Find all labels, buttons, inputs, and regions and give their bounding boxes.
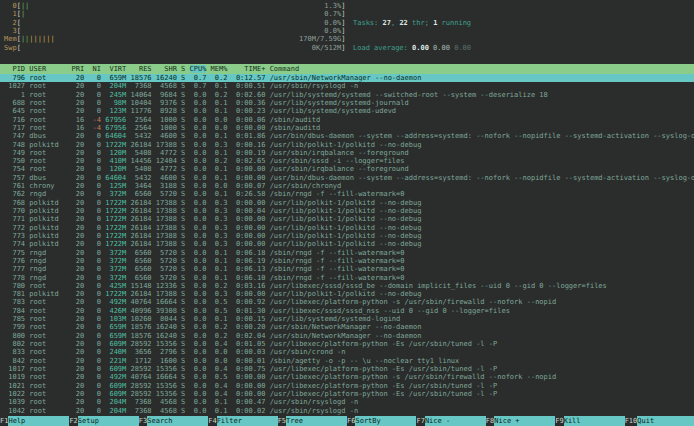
- process-row[interactable]: 780 root 20 0 425M 15148 12336 S 0.0 0.2…: [0, 282, 694, 290]
- process-row[interactable]: 800 root 20 0 659M 18576 16240 S 0.0 0.2…: [0, 332, 694, 340]
- column-header-command[interactable]: Command: [270, 65, 300, 73]
- cell-mem-pct: 0.1: [211, 257, 228, 265]
- process-row[interactable]: 749 root 20 0 120M 5408 4772 S 0.0 0.1 0…: [0, 149, 694, 157]
- cell-pri: 20: [71, 332, 84, 340]
- column-header-mem[interactable]: MEM%: [211, 65, 228, 73]
- cell-cpu-pct: 0.0: [190, 357, 207, 365]
- process-row[interactable]: 796 root 20 0 659M 18576 16240 S 0.7 0.2…: [0, 74, 694, 82]
- process-row[interactable]: 776 rngd 20 0 372M 6560 5720 S 0.0 0.1 0…: [0, 257, 694, 265]
- process-row[interactable]: 1017 root 20 0 609M 28592 15356 S 0.0 0.…: [0, 365, 694, 373]
- cell-pid: 772: [4, 224, 25, 232]
- process-row[interactable]: 748 polkitd 20 0 1722M 26184 17388 S 0.0…: [0, 141, 694, 149]
- process-row[interactable]: 842 root 20 0 221M 1712 1600 S 0.0 0.0 0…: [0, 357, 694, 365]
- process-row[interactable]: 781 polkitd 20 0 1722M 26184 17388 S 0.0…: [0, 290, 694, 298]
- cell-mem-pct: 0.2: [211, 323, 228, 331]
- cell-pri: 20: [71, 407, 84, 415]
- process-row[interactable]: 1027 root 20 0 204M 7368 4568 S 0.7 0.1 …: [0, 82, 694, 90]
- fkey-filter-button[interactable]: F4Filter: [208, 416, 277, 426]
- cell-res: 3464: [131, 182, 152, 190]
- cell-shr: 4568: [156, 407, 177, 415]
- process-row[interactable]: 784 root 20 0 426M 40996 39308 S 0.0 0.5…: [0, 307, 694, 315]
- cell-ni: 0: [88, 365, 101, 373]
- fkey-number: F10: [625, 416, 638, 426]
- process-row[interactable]: 768 polkitd 20 0 1722M 26184 17388 S 0.0…: [0, 199, 694, 207]
- process-row[interactable]: 645 root 20 0 123M 11776 8928 S 0.0 0.1 …: [0, 107, 694, 115]
- cell-pid: 645: [4, 107, 25, 115]
- fkey-tree-button[interactable]: F5Tree: [278, 416, 347, 426]
- fkey-search-button[interactable]: F3Search: [139, 416, 208, 426]
- cell-pri: 20: [71, 74, 84, 82]
- process-row[interactable]: 716 root 16 -4 67956 2564 1000 S 0.0 0.0…: [0, 116, 694, 124]
- column-header-pid[interactable]: PID: [4, 65, 25, 73]
- cell-virt: 410M: [105, 157, 126, 165]
- process-row[interactable]: 1021 root 20 0 609M 28592 15356 S 0.0 0.…: [0, 382, 694, 390]
- cell-time: 0:06.10: [232, 274, 266, 282]
- cell-cpu-pct: 0.0: [190, 382, 207, 390]
- process-row[interactable]: 774 polkitd 20 0 1722M 26184 17388 S 0.0…: [0, 240, 694, 248]
- process-row[interactable]: 777 rngd 20 0 372M 6560 5720 S 0.0 0.1 0…: [0, 265, 694, 273]
- process-row[interactable]: 770 polkitd 20 0 1722M 26184 17388 S 0.0…: [0, 207, 694, 215]
- process-row[interactable]: 1039 root 20 0 204M 7368 4568 S 0.0 0.1 …: [0, 398, 694, 406]
- process-row[interactable]: 762 rngd 20 0 372M 6560 5720 S 0.0 0.1 0…: [0, 190, 694, 198]
- cell-command: /sbin/rngd -f --fill-watermark=0: [270, 265, 405, 273]
- column-header-ni[interactable]: NI: [88, 65, 101, 73]
- column-header-virt[interactable]: VIRT: [105, 65, 126, 73]
- column-header-pri[interactable]: PRI: [71, 65, 84, 73]
- fkey-help-button[interactable]: F1Help: [0, 416, 69, 426]
- cell-pri: 20: [71, 315, 84, 323]
- column-header-shr[interactable]: SHR: [156, 65, 177, 73]
- load-15min: 0.00: [454, 44, 471, 52]
- process-row[interactable]: 833 root 20 0 240M 3656 2796 S 0.0 0.0 0…: [0, 348, 694, 356]
- process-row[interactable]: 775 rngd 20 0 372M 6560 5720 S 0.0 0.1 0…: [0, 249, 694, 257]
- process-row[interactable]: 771 polkitd 20 0 1722M 26184 17388 S 0.0…: [0, 215, 694, 223]
- fkey-nice-button[interactable]: F8Nice +: [486, 416, 555, 426]
- cell-command: /usr/lib/polkit-1/polkitd --no-debug: [270, 290, 422, 298]
- process-row[interactable]: 1042 root 20 0 204M 7368 4568 S 0.0 0.1 …: [0, 407, 694, 415]
- cell-shr: 5720: [156, 265, 177, 273]
- column-header-cpu[interactable]: CPU%: [190, 65, 207, 73]
- process-row[interactable]: 761 chrony 20 0 125M 3464 3188 S 0.0 0.0…: [0, 182, 694, 190]
- process-row[interactable]: 1022 root 20 0 609M 28592 15356 S 0.0 0.…: [0, 390, 694, 398]
- cell-pri: 20: [71, 207, 84, 215]
- cell-pri: 20: [71, 365, 84, 373]
- fkey-sortby-button[interactable]: F6SortBy: [347, 416, 416, 426]
- process-row[interactable]: 750 root 20 0 410M 14456 12404 S 0.0 0.2…: [0, 157, 694, 165]
- load-average-label: Load average:: [353, 44, 412, 52]
- cell-user: polkitd: [29, 199, 67, 207]
- process-row[interactable]: 754 root 20 0 120M 5408 4772 S 0.0 0.1 0…: [0, 165, 694, 173]
- process-row[interactable]: 802 root 20 0 609M 28592 15356 S 0.0 0.4…: [0, 340, 694, 348]
- process-row[interactable]: 783 root 20 0 492M 40764 16664 S 0.0 0.5…: [0, 298, 694, 306]
- cell-pri: 20: [71, 357, 84, 365]
- column-header-user[interactable]: USER: [29, 65, 67, 73]
- fkey-kill-button[interactable]: F9Kill: [555, 416, 624, 426]
- cell-pid: 781: [4, 290, 25, 298]
- cell-command: /usr/lib/systemd/systemd-journald: [270, 99, 409, 107]
- process-row[interactable]: 1 root 20 0 245M 14064 9684 S 0.0 0.2 0:…: [0, 91, 694, 99]
- fkey-quit-button[interactable]: F10Quit: [625, 416, 694, 426]
- cell-time: 0:00.06: [232, 116, 266, 124]
- process-row[interactable]: 772 polkitd 20 0 1722M 26184 17388 S 0.0…: [0, 224, 694, 232]
- process-row[interactable]: 785 root 20 0 103M 10260 8044 S 0.0 0.1 …: [0, 315, 694, 323]
- process-row[interactable]: 799 root 20 0 659M 18576 16240 S 0.0 0.2…: [0, 323, 694, 331]
- cell-pri: 20: [71, 190, 84, 198]
- cell-pri: 20: [71, 240, 84, 248]
- cell-pri: 20: [71, 82, 84, 90]
- process-row[interactable]: 688 root 20 0 98M 10404 9376 S 0.0 0.1 0…: [0, 99, 694, 107]
- column-header-time[interactable]: TIME+: [232, 65, 266, 73]
- fkey-nice-button[interactable]: F7Nice -: [416, 416, 485, 426]
- cell-cpu-pct: 0.0: [190, 99, 207, 107]
- cell-ni: 0: [88, 199, 101, 207]
- process-row[interactable]: 757 dbus 20 0 64604 5432 4600 S 0.0 0.1 …: [0, 174, 694, 182]
- cell-command: /usr/libexec/platform-python -Es /usr/sb…: [270, 340, 498, 348]
- cell-res: 26184: [131, 207, 152, 215]
- process-row[interactable]: 778 rngd 20 0 372M 6560 5720 S 0.0 0.1 0…: [0, 274, 694, 282]
- process-row[interactable]: 773 polkitd 20 0 1722M 26184 17388 S 0.0…: [0, 232, 694, 240]
- cell-res: 26184: [131, 240, 152, 248]
- process-row[interactable]: 717 root 16 -4 67956 2564 1000 S 0.0 0.0…: [0, 124, 694, 132]
- column-header-res[interactable]: RES: [131, 65, 152, 73]
- process-row[interactable]: 747 dbus 20 0 64604 5432 4600 S 0.0 0.1 …: [0, 132, 694, 140]
- cell-virt: 1722M: [105, 240, 126, 248]
- process-row[interactable]: 1019 root 20 0 492M 40764 16664 S 0.0 0.…: [0, 373, 694, 381]
- cell-mem-pct: 0.0: [211, 357, 228, 365]
- fkey-setup-button[interactable]: F2Setup: [69, 416, 138, 426]
